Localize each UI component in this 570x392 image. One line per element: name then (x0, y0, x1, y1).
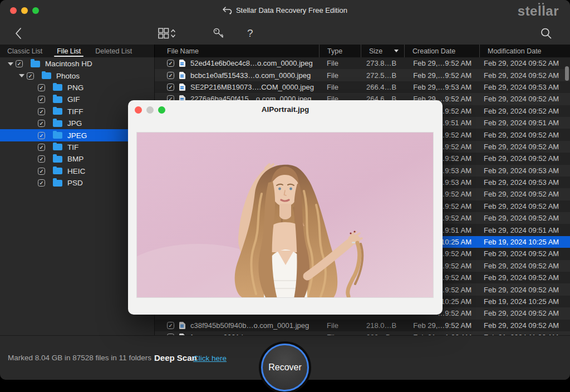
tree-item-label: Photos (56, 72, 80, 80)
row-checkbox[interactable]: ✓ (167, 322, 174, 329)
folder-icon (53, 180, 62, 187)
cell-modification-date: Feb 29, 2024 09:52 AM (479, 249, 570, 258)
portrait-image (137, 133, 434, 298)
file-name: 52ed41e6b0ec4c8…o.com_0000.jpeg (190, 59, 313, 67)
sort-arrow-icon (394, 50, 399, 52)
row-checkbox[interactable]: ✓ (167, 60, 174, 67)
cell-modification-date: Feb 29, 2024 09:52 AM (479, 321, 570, 330)
cell-file-name: ✓SE2P216MB19073….COM_0000.jpeg (155, 83, 319, 91)
caret-down-icon[interactable] (6, 62, 16, 66)
tab-classic-list[interactable]: Classic List (0, 45, 50, 57)
tree-checkbox[interactable]: ✓ (38, 155, 45, 163)
tree-item-label: PSD (67, 179, 83, 187)
recover-button[interactable]: Recover (261, 344, 309, 391)
file-icon (179, 60, 185, 67)
cell-modification-date: Feb 29, 2024 09:52 AM (479, 71, 570, 80)
tree-checkbox[interactable]: ✓ (38, 132, 45, 139)
search-icon[interactable] (540, 27, 552, 40)
row-checkbox[interactable]: ✓ (167, 72, 174, 79)
file-name: c38f945b50f940b…o.com_0001.jpeg (190, 321, 309, 330)
view-grid-icon[interactable] (158, 27, 176, 40)
tree-item-png[interactable]: ✓PNG (0, 82, 154, 94)
cell-modification-date: Feb 29, 2024 09:52 AM (479, 309, 570, 317)
table-row[interactable]: ✓52ed41e6b0ec4c8…o.com_0000.jpegFile273.… (155, 57, 570, 69)
cell-modification-date: Feb 29, 2024 09:52 AM (479, 131, 570, 139)
cell-type: File (319, 71, 361, 80)
folder-icon (53, 144, 62, 150)
table-row[interactable]: ✓SE2P216MB19073….COM_0000.jpegFile266.4…… (155, 81, 570, 93)
tree-item-label: TIFF (67, 107, 83, 116)
column-header-modification-date[interactable]: Modification Date (479, 45, 570, 57)
cell-size: 272.5…B (361, 71, 404, 80)
row-checkbox[interactable]: ✓ (167, 84, 174, 91)
cell-modification-date: Feb 29, 2024 09:52 AM (479, 143, 570, 151)
cell-modification-date: Feb 19, 2024 10:25 AM (479, 297, 570, 306)
table-row[interactable]: ✓c38f945b50f940b…o.com_0001.jpegFile218.… (155, 320, 570, 331)
tab-file-list[interactable]: File List (50, 45, 88, 57)
column-header-file-name[interactable]: File Name (155, 45, 319, 57)
cell-modification-date: Feb 29, 2024 09:51 AM (479, 226, 570, 234)
tree-item-label: TIF (67, 143, 78, 151)
tree-checkbox[interactable]: ✓ (38, 120, 45, 127)
file-icon (179, 84, 185, 91)
folder-icon (42, 72, 51, 79)
tree-item-label: JPG (67, 119, 82, 128)
file-icon (179, 322, 185, 329)
list-tabs: Classic List File List Deleted List (0, 45, 155, 57)
tab-deleted-list[interactable]: Deleted List (88, 45, 139, 57)
tree-checkbox[interactable]: ✓ (38, 168, 45, 175)
cell-modification-date: Feb 29, 2024 09:52 AM (479, 286, 570, 294)
column-header-size[interactable]: Size (361, 45, 404, 57)
help-icon[interactable]: ? (247, 27, 253, 40)
cell-type: File (319, 83, 361, 91)
tree-checkbox[interactable]: ✓ (38, 84, 45, 91)
cell-modification-date: Feb 29, 2024 09:52 AM (479, 107, 570, 115)
cell-size: 266.4…B (361, 83, 404, 91)
cell-file-name: ✓bcbc1e0af515433…o.com_0000.jpeg (155, 71, 319, 80)
tree-checkbox[interactable]: ✓ (38, 96, 45, 103)
cell-creation-date: Feb 29,…9:52 AM (404, 59, 479, 67)
toolbar: ? (0, 22, 570, 45)
cell-modification-date: Feb 29, 2024 09:52 AM (479, 59, 570, 67)
cell-modification-date: Feb 19, 2024 10:25 AM (479, 238, 570, 246)
cell-modification-date: Feb 29, 2024 09:52 AM (479, 262, 570, 270)
folder-icon (53, 132, 62, 139)
folder-icon (53, 168, 62, 174)
scrollbar-thumb[interactable] (565, 66, 569, 81)
deep-scan-link[interactable]: Click here (193, 354, 227, 362)
tree-item-label: Macintosh HD (45, 60, 92, 68)
folder-icon (53, 84, 62, 91)
table-row[interactable]: ✓f…o.com_0001.jpegFile220…BFeb 21,…1:26 … (155, 331, 570, 335)
tree-checkbox[interactable]: ✓ (27, 72, 34, 80)
preview-window[interactable]: AIPortrait.jpg (128, 100, 443, 315)
cell-modification-date: Feb 29, 2024 09:53 AM (479, 178, 570, 187)
tree-checkbox[interactable]: ✓ (38, 108, 45, 115)
tree-item-label: GIF (67, 95, 80, 104)
cell-creation-date: Feb 29,…9:52 AM (404, 321, 479, 330)
cell-modification-date: Feb 29, 2024 09:53 AM (479, 166, 570, 175)
back-button[interactable] (14, 27, 22, 40)
cell-modification-date: Feb 29, 2024 09:52 AM (479, 95, 570, 103)
cell-modification-date: Feb 29, 2024 09:52 AM (479, 202, 570, 210)
tree-item-macintosh-hd[interactable]: ✓Macintosh HD (0, 58, 154, 70)
cell-type: File (319, 59, 361, 67)
cell-modification-date: Feb 29, 2024 09:52 AM (479, 214, 570, 222)
table-row[interactable]: ✓bcbc1e0af515433…o.com_0000.jpegFile272.… (155, 69, 570, 81)
caret-down-icon[interactable] (17, 74, 27, 77)
license-key-icon[interactable] (213, 27, 225, 40)
window-title: Stellar Data Recovery Free Edition (0, 6, 570, 14)
tree-checkbox[interactable]: ✓ (16, 60, 23, 67)
cell-size: 273.8…B (361, 59, 404, 67)
cell-modification-date: Feb 29, 2024 09:53 AM (479, 83, 570, 91)
folder-icon (31, 61, 40, 67)
tree-item-photos[interactable]: ✓Photos (0, 70, 154, 81)
cell-type: File (319, 321, 361, 330)
cell-file-name: ✓52ed41e6b0ec4c8…o.com_0000.jpeg (155, 59, 319, 67)
tree-item-label: PNG (67, 84, 83, 92)
tree-checkbox[interactable]: ✓ (38, 179, 45, 187)
tree-checkbox[interactable]: ✓ (38, 144, 45, 151)
back-arrow-icon (223, 7, 232, 14)
cell-creation-date: Feb 29,…9:52 AM (404, 71, 479, 80)
column-header-creation-date[interactable]: Creation Date (404, 45, 479, 57)
column-header-type[interactable]: Type (319, 45, 361, 57)
